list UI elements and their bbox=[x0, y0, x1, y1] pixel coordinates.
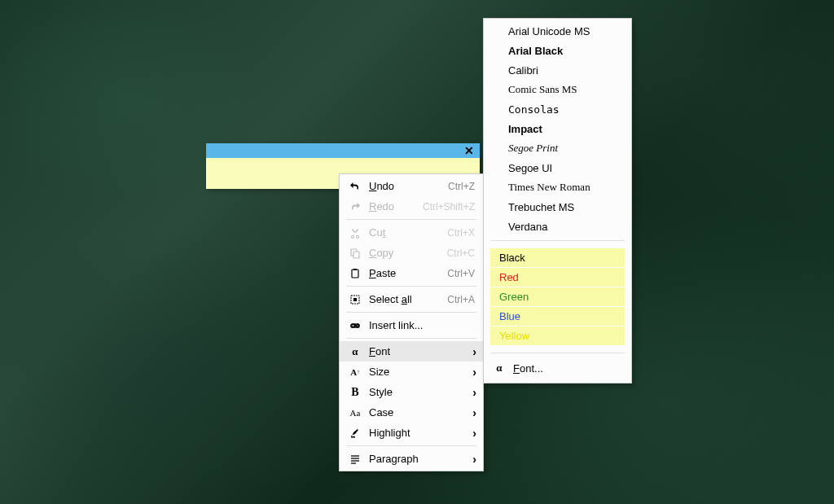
menu-label: Font... bbox=[508, 362, 543, 375]
menu-insert-link[interactable]: Insert link... bbox=[340, 315, 483, 335]
menu-undo[interactable]: Undo Ctrl+Z bbox=[340, 176, 483, 196]
font-option-arial-unicode[interactable]: Arial Unicode MS bbox=[484, 21, 631, 41]
chevron-right-icon: › bbox=[465, 427, 476, 440]
redo-icon bbox=[346, 201, 364, 213]
menu-shortcut: Ctrl+Shift+Z bbox=[423, 201, 476, 213]
color-option-yellow[interactable]: Yellow bbox=[490, 327, 625, 345]
select-all-icon bbox=[346, 294, 364, 305]
menu-case[interactable]: Aa Case › bbox=[340, 402, 483, 423]
color-section: Black Red Green Blue Yellow bbox=[484, 245, 631, 349]
menu-separator bbox=[490, 240, 625, 241]
font-option-arial-black[interactable]: Arial Black bbox=[484, 41, 631, 60]
menu-shortcut: Ctrl+V bbox=[447, 268, 476, 279]
context-menu: Undo Ctrl+Z Redo Ctrl+Shift+Z Cut Ctrl+X… bbox=[339, 173, 484, 471]
font-icon: α bbox=[346, 345, 364, 358]
case-icon: Aa bbox=[346, 408, 364, 418]
font-option-trebuchet[interactable]: Trebuchet MS bbox=[484, 197, 631, 217]
chevron-right-icon: › bbox=[465, 345, 476, 358]
menu-style[interactable]: B Style › bbox=[340, 382, 483, 402]
menu-font[interactable]: α Font › bbox=[340, 341, 483, 362]
font-option-calibri[interactable]: Calibri bbox=[484, 60, 631, 80]
undo-icon bbox=[346, 181, 364, 192]
svg-rect-5 bbox=[353, 298, 357, 301]
menu-paragraph[interactable]: Paragraph › bbox=[340, 449, 483, 469]
menu-label: Select all bbox=[364, 293, 447, 305]
font-more[interactable]: α Font... bbox=[484, 357, 631, 379]
font-icon: α bbox=[490, 362, 508, 375]
menu-label: Paste bbox=[364, 267, 447, 279]
font-option-segoe-print[interactable]: Segoe Print bbox=[484, 138, 631, 158]
chevron-right-icon: › bbox=[465, 406, 476, 419]
svg-rect-2 bbox=[352, 270, 358, 278]
bold-icon: B bbox=[346, 386, 364, 399]
color-option-black[interactable]: Black bbox=[490, 248, 625, 267]
link-icon bbox=[346, 320, 364, 331]
menu-separator bbox=[346, 338, 476, 339]
menu-separator bbox=[346, 445, 476, 446]
color-option-red[interactable]: Red bbox=[490, 268, 625, 287]
menu-label: Size bbox=[364, 366, 465, 378]
menu-shortcut: Ctrl+X bbox=[447, 227, 476, 239]
font-option-verdana[interactable]: Verdana bbox=[484, 217, 631, 236]
chevron-right-icon: › bbox=[465, 366, 476, 379]
size-icon: A↑ bbox=[346, 367, 364, 377]
chevron-right-icon: › bbox=[465, 453, 476, 466]
color-option-blue[interactable]: Blue bbox=[490, 307, 625, 326]
menu-cut: Cut Ctrl+X bbox=[340, 222, 483, 243]
menu-shortcut: Ctrl+Z bbox=[448, 181, 476, 192]
menu-label: Style bbox=[364, 386, 465, 398]
close-icon[interactable]: ✕ bbox=[462, 144, 476, 157]
color-option-green[interactable]: Green bbox=[490, 287, 625, 306]
font-option-consolas[interactable]: Consolas bbox=[484, 99, 631, 119]
menu-shortcut: Ctrl+A bbox=[447, 294, 476, 305]
svg-rect-1 bbox=[353, 252, 359, 258]
sticky-note-titlebar[interactable]: ✕ bbox=[206, 143, 480, 158]
menu-label: Paragraph bbox=[364, 453, 465, 465]
menu-label: Undo bbox=[364, 180, 448, 192]
menu-copy: Copy Ctrl+C bbox=[340, 243, 483, 263]
paste-icon bbox=[346, 268, 364, 279]
menu-label: Insert link... bbox=[364, 319, 476, 331]
svg-rect-3 bbox=[353, 269, 357, 270]
menu-highlight[interactable]: Highlight › bbox=[340, 423, 483, 443]
font-option-comic-sans[interactable]: Comic Sans MS bbox=[484, 80, 631, 99]
menu-label: Copy bbox=[364, 247, 447, 259]
menu-paste[interactable]: Paste Ctrl+V bbox=[340, 263, 483, 283]
menu-select-all[interactable]: Select all Ctrl+A bbox=[340, 289, 483, 309]
menu-redo: Redo Ctrl+Shift+Z bbox=[340, 196, 483, 217]
menu-separator bbox=[346, 312, 476, 313]
menu-separator bbox=[346, 286, 476, 287]
font-option-times-new-roman[interactable]: Times New Roman bbox=[484, 177, 631, 197]
menu-size[interactable]: A↑ Size › bbox=[340, 362, 483, 382]
menu-separator bbox=[490, 353, 625, 353]
menu-label: Redo bbox=[364, 200, 423, 213]
svg-rect-9 bbox=[351, 436, 355, 438]
copy-icon bbox=[346, 248, 364, 259]
font-option-segoe-ui[interactable]: Segoe UI bbox=[484, 158, 631, 177]
cut-icon bbox=[346, 227, 364, 239]
highlight-icon bbox=[346, 427, 364, 439]
paragraph-icon bbox=[346, 454, 364, 465]
font-option-impact[interactable]: Impact bbox=[484, 119, 631, 138]
menu-separator bbox=[346, 219, 476, 220]
font-submenu: Arial Unicode MS Arial Black Calibri Com… bbox=[483, 18, 632, 383]
menu-shortcut: Ctrl+C bbox=[447, 248, 476, 259]
menu-label: Font bbox=[364, 345, 465, 357]
menu-label: Highlight bbox=[364, 427, 465, 439]
chevron-right-icon: › bbox=[465, 386, 476, 399]
menu-label: Cut bbox=[364, 226, 447, 239]
menu-label: Case bbox=[364, 406, 465, 419]
